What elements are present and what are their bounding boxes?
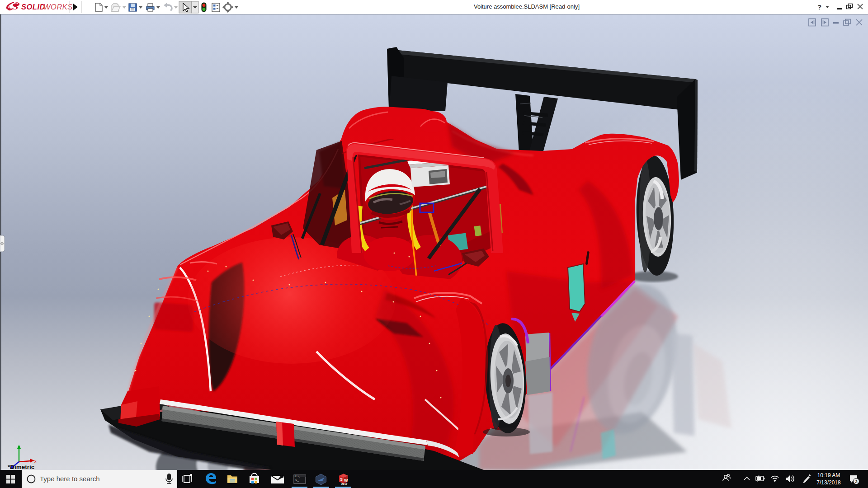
svg-text:WORKS: WORKS (43, 3, 73, 11)
svg-text:2017: 2017 (341, 483, 348, 485)
svg-text:>_: >_ (295, 479, 299, 482)
svg-text:2: 2 (855, 479, 858, 484)
svg-text:x: x (34, 459, 37, 464)
svg-text:S: S (340, 477, 343, 482)
svg-text:W: W (344, 478, 348, 483)
svg-text:?: ? (817, 3, 821, 11)
svg-text:C:\_: C:\_ (295, 475, 300, 478)
svg-text:SOLID: SOLID (21, 3, 45, 11)
svg-text:*Dimetric: *Dimetric (8, 464, 35, 470)
